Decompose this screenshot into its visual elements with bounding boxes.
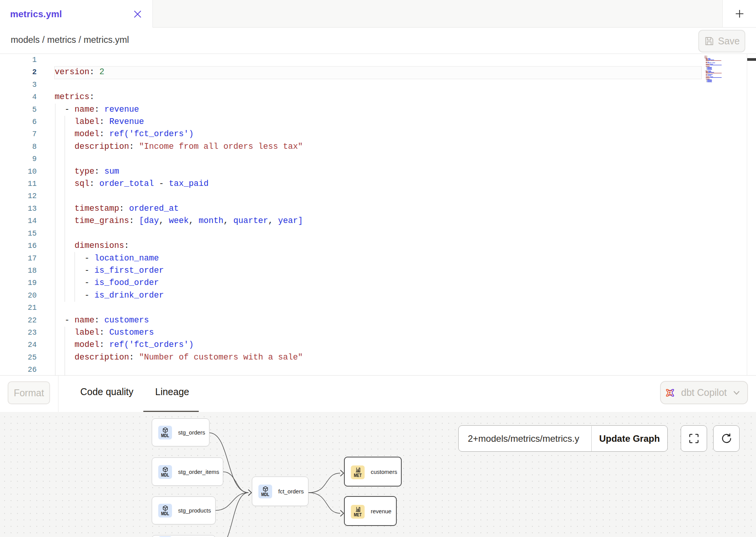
svg-text:MET: MET — [354, 473, 362, 478]
svg-text:MDL: MDL — [261, 492, 269, 497]
svg-text:MDL: MDL — [161, 472, 169, 477]
svg-text:MDL: MDL — [161, 433, 169, 438]
svg-text:MDL: MDL — [161, 511, 169, 516]
svg-text:MET: MET — [354, 512, 362, 517]
